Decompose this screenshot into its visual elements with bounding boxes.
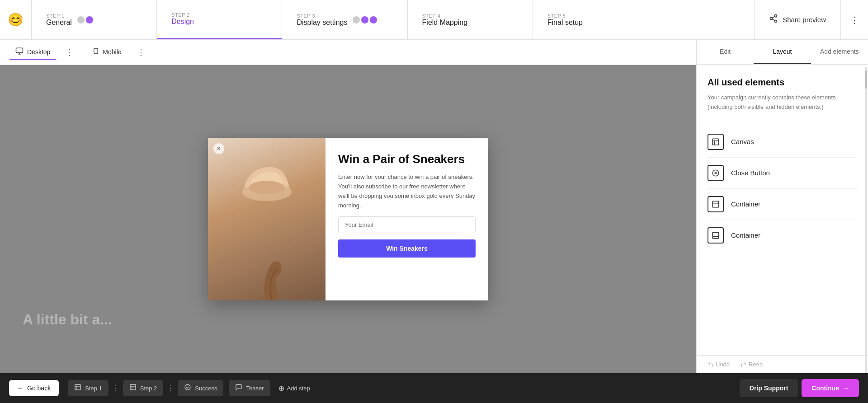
nav-step-4[interactable]: STEP 4 Field Mapping — [408, 0, 533, 39]
desktop-options-button[interactable]: ⋮ — [66, 47, 74, 57]
desktop-label: Desktop — [27, 48, 50, 56]
add-step-button[interactable]: ⊕ Add step — [272, 380, 316, 396]
desktop-view-button[interactable]: Desktop — [9, 44, 57, 60]
scrollbar-thumb — [865, 70, 867, 89]
panel-description: Your campaign currently contains these e… — [708, 93, 857, 112]
step3-toggle[interactable] — [353, 16, 377, 23]
svg-rect-12 — [712, 139, 719, 145]
canvas-area: Desktop ⋮ Mobile ⋮ A little bit a... — [0, 40, 696, 373]
nav-step-1[interactable]: STEP 1 General — [32, 0, 157, 39]
toggle-dot-1 — [77, 16, 85, 23]
element-row-container-2[interactable]: Container — [708, 220, 857, 251]
svg-point-1 — [770, 18, 773, 20]
step2-name: Design — [171, 18, 194, 26]
back-arrow-icon: ← — [17, 384, 24, 392]
step2-dots-button[interactable]: ⋮ — [167, 384, 174, 393]
nav-step-5[interactable]: STEP 5 Final setup — [533, 0, 658, 39]
svg-line-4 — [772, 16, 775, 18]
go-back-button[interactable]: ← Go back — [9, 380, 59, 396]
add-step-label: Add step — [287, 385, 310, 392]
bg-text: A little bit a... — [23, 311, 112, 328]
undo-redo-bar: Undo Redo — [697, 355, 868, 373]
element-row-container-1[interactable]: Container — [708, 189, 857, 220]
svg-line-3 — [772, 19, 775, 20]
container1-element-icon — [708, 196, 724, 212]
share-preview-label: Share preview — [783, 16, 826, 23]
bottom-step-2[interactable]: Step 2 — [123, 380, 164, 396]
success-step-icon — [184, 384, 191, 393]
step2-step-icon — [129, 384, 137, 393]
close-button-element-label: Close Button — [731, 169, 770, 177]
tab-add-elements[interactable]: Add elements — [811, 40, 868, 64]
add-step-plus-icon: ⊕ — [278, 384, 284, 393]
panel-heading: All used elements — [708, 77, 857, 88]
toggle-dot-4 — [361, 16, 368, 23]
svg-point-2 — [775, 20, 777, 22]
tab-add-elements-label: Add elements — [820, 48, 859, 55]
app-logo: 😊 — [0, 0, 32, 39]
bottom-step1-label: Step 1 — [85, 385, 102, 392]
step5-label: STEP 5 — [547, 13, 583, 19]
svg-rect-22 — [75, 384, 80, 390]
step1-toggle[interactable] — [77, 16, 93, 23]
step1-dots-button[interactable]: ⋮ — [112, 384, 119, 393]
scrollbar[interactable] — [865, 67, 867, 373]
step3-name: Display settings — [297, 19, 347, 27]
drip-support-button[interactable]: Drip Support — [740, 379, 798, 397]
step5-name: Final setup — [547, 19, 583, 27]
mobile-icon — [93, 47, 99, 56]
mobile-view-button[interactable]: Mobile — [86, 44, 127, 60]
drip-support-label: Drip Support — [750, 384, 788, 392]
popup-container: × Win a Pair of Sneakers Enter now for y… — [208, 138, 488, 300]
toggle-dot-3 — [353, 16, 360, 23]
share-icon — [769, 14, 778, 25]
element-row-canvas[interactable]: Canvas — [708, 127, 857, 158]
svg-rect-25 — [130, 384, 136, 390]
continue-label: Continue — [811, 384, 839, 392]
step3-label: STEP 3 — [297, 13, 347, 19]
toggle-dot-5 — [370, 16, 377, 23]
desktop-icon — [15, 47, 24, 56]
container2-element-label: Container — [731, 231, 760, 239]
bottom-step-1[interactable]: Step 1 — [68, 380, 108, 396]
win-sneakers-button[interactable]: Win Sneakers — [338, 239, 476, 258]
close-icon: × — [217, 145, 221, 153]
bottom-steps: Step 1 ⋮ Step 2 ⋮ Success — [68, 380, 736, 396]
svg-rect-8 — [94, 48, 98, 54]
popup-content-side: Win a Pair of Sneakers Enter now for you… — [326, 138, 488, 300]
element-row-close-button[interactable]: Close Button — [708, 158, 857, 189]
nav-step-3[interactable]: STEP 3 Display settings — [282, 0, 407, 39]
svg-point-11 — [249, 181, 285, 194]
logo-icon: 😊 — [8, 12, 24, 27]
popup-image-side: × — [208, 138, 326, 300]
tab-edit-label: Edit — [720, 48, 731, 55]
bottom-step-teaser[interactable]: Teaser — [229, 380, 270, 396]
step4-name: Field Mapping — [422, 19, 468, 27]
canvas-element-icon — [708, 134, 724, 150]
continue-arrow-icon: → — [843, 384, 849, 392]
tab-edit[interactable]: Edit — [697, 40, 754, 64]
step1-label: STEP 1 — [46, 13, 72, 19]
mobile-options-button[interactable]: ⋮ — [137, 47, 145, 57]
continue-button[interactable]: Continue → — [802, 379, 859, 397]
nav-step-2[interactable]: STEP 2 Design — [157, 0, 282, 39]
bottom-bar: ← Go back Step 1 ⋮ Step — [0, 373, 868, 403]
bottom-step2-label: Step 2 — [140, 385, 157, 392]
nav-more-button[interactable]: ⋮ — [840, 0, 868, 39]
bottom-step-success[interactable]: Success — [178, 380, 223, 396]
top-nav: 😊 STEP 1 General STEP 2 Design STEP 3 Di… — [0, 0, 868, 40]
step2-label: STEP 2 — [171, 12, 194, 18]
tab-layout[interactable]: Layout — [754, 40, 811, 64]
email-input[interactable] — [338, 216, 476, 233]
undo-button[interactable]: Undo — [704, 359, 733, 370]
canvas-element-label: Canvas — [731, 138, 754, 145]
share-preview-button[interactable]: Share preview — [754, 0, 840, 39]
redo-button[interactable]: Redo — [737, 359, 766, 370]
svg-point-0 — [775, 15, 777, 17]
step1-step-icon — [74, 384, 81, 393]
bottom-success-label: Success — [195, 385, 217, 392]
canvas-toolbar: Desktop ⋮ Mobile ⋮ — [0, 40, 696, 65]
popup-close-button[interactable]: × — [213, 143, 224, 154]
mobile-label: Mobile — [103, 48, 121, 56]
more-icon: ⋮ — [850, 14, 859, 25]
